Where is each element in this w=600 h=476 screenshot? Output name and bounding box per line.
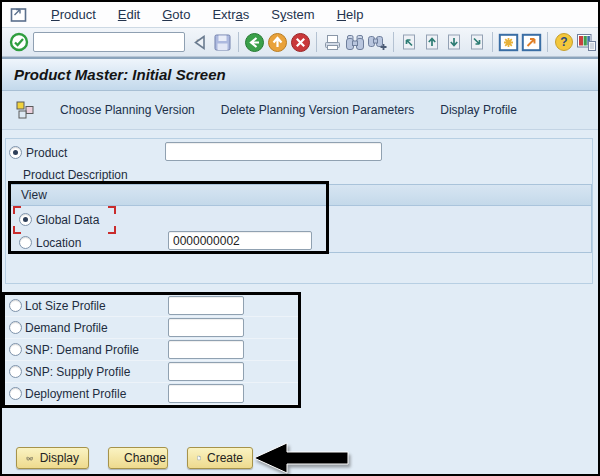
svg-text:?: ? — [560, 35, 567, 49]
menu-goto[interactable]: Goto — [151, 5, 201, 24]
snp-supply-profile-input[interactable] — [168, 362, 244, 381]
page-title: Product Master: Initial Screen — [14, 66, 226, 83]
menu-help[interactable]: Help — [326, 5, 375, 24]
global-data-radio[interactable] — [19, 213, 32, 226]
snp-demand-profile-input[interactable] — [168, 340, 244, 359]
product-label: Product — [26, 146, 67, 160]
profile-row: Demand Profile — [5, 317, 300, 339]
create-page-icon — [197, 451, 201, 465]
location-input[interactable] — [168, 231, 312, 250]
find-next-button[interactable] — [367, 31, 388, 53]
choose-planning-version-icon[interactable] — [14, 100, 38, 120]
deployment-profile-radio[interactable] — [9, 387, 22, 400]
first-page-icon — [400, 33, 418, 51]
create-button[interactable]: Create — [187, 447, 253, 469]
toolbar-separator — [492, 32, 493, 52]
customize-layout-button[interactable] — [576, 31, 597, 53]
view-title: View — [21, 188, 47, 202]
last-page-button[interactable] — [467, 31, 488, 53]
back-button[interactable] — [190, 31, 211, 53]
lot-size-profile-label: Lot Size Profile — [25, 299, 106, 313]
save-button[interactable] — [212, 31, 233, 53]
menu-bar: Product Edit Goto Extras System Help — [2, 2, 598, 28]
product-input[interactable] — [165, 142, 382, 161]
snp-demand-profile-radio[interactable] — [9, 343, 22, 356]
demand-profile-label: Demand Profile — [25, 321, 108, 335]
first-page-button[interactable] — [399, 31, 420, 53]
profile-row: SNP: Supply Profile — [5, 361, 300, 383]
standard-toolbar: ▼ — [2, 28, 598, 57]
lot-size-profile-radio[interactable] — [9, 299, 22, 312]
new-session-icon — [498, 33, 519, 52]
enter-button[interactable] — [9, 31, 30, 53]
back-circle-icon — [244, 32, 265, 53]
change-button-label: Change — [124, 451, 166, 465]
command-field[interactable]: ▼ — [33, 32, 185, 52]
location-label: Location — [36, 236, 81, 250]
deployment-profile-label: Deployment Profile — [25, 387, 126, 401]
next-page-button[interactable] — [444, 31, 465, 53]
title-bar: Product Master: Initial Screen — [2, 57, 598, 91]
main-content: Product Product Description View Global … — [2, 130, 598, 474]
product-radio[interactable] — [9, 146, 22, 159]
demand-profile-input[interactable] — [168, 318, 244, 337]
help-button[interactable]: ? — [553, 31, 574, 53]
deployment-profile-input[interactable] — [168, 384, 244, 403]
menu-product[interactable]: Product — [40, 5, 107, 24]
toolbar-separator — [547, 32, 548, 52]
cancel-button[interactable] — [290, 31, 311, 53]
find-next-icon — [367, 33, 387, 51]
print-icon — [323, 33, 342, 52]
application-toolbar: Choose Planning Version Delete Planning … — [2, 91, 598, 130]
menu-extras[interactable]: Extras — [201, 5, 260, 24]
save-icon — [213, 33, 232, 52]
exit-button[interactable] — [267, 31, 288, 53]
product-description-label: Product Description — [23, 168, 128, 182]
create-shortcut-icon — [521, 33, 542, 52]
system-menu-icon[interactable] — [10, 6, 32, 24]
print-button[interactable] — [322, 31, 343, 53]
new-session-button[interactable] — [498, 31, 519, 53]
back-icon — [192, 34, 207, 51]
command-input[interactable] — [34, 34, 195, 50]
last-page-icon — [468, 33, 486, 51]
profile-row: Deployment Profile — [5, 383, 300, 405]
annotation-arrow — [252, 442, 352, 475]
find-button[interactable] — [345, 31, 366, 53]
back-exit-button[interactable] — [244, 31, 265, 53]
enter-icon — [9, 32, 29, 52]
lot-size-profile-input[interactable] — [168, 296, 244, 315]
toolbar-separator — [316, 32, 317, 52]
snp-demand-profile-label: SNP: Demand Profile — [25, 343, 139, 357]
create-shortcut-button[interactable] — [521, 31, 542, 53]
choose-planning-version-button[interactable]: Choose Planning Version — [56, 100, 199, 120]
sap-window: Product Edit Goto Extras System Help ▼ — [0, 0, 600, 476]
toolbar-separator — [393, 32, 394, 52]
next-page-icon — [445, 33, 463, 51]
previous-page-button[interactable] — [421, 31, 442, 53]
cancel-circle-icon — [290, 32, 311, 53]
view-header: View — [9, 185, 591, 206]
glasses-icon — [26, 453, 34, 464]
customize-layout-icon — [576, 33, 597, 52]
delete-planning-version-parameters-button[interactable]: Delete Planning Version Parameters — [217, 100, 418, 120]
toolbar-separator — [238, 32, 239, 52]
profile-row: SNP: Demand Profile — [5, 339, 300, 361]
snp-supply-profile-label: SNP: Supply Profile — [25, 365, 130, 379]
create-button-label: Create — [207, 451, 243, 465]
change-button[interactable]: Change — [108, 447, 168, 469]
menu-system[interactable]: System — [260, 5, 325, 24]
snp-supply-profile-radio[interactable] — [9, 365, 22, 378]
display-profile-button[interactable]: Display Profile — [436, 100, 521, 120]
display-button[interactable]: Display — [16, 447, 89, 469]
profile-row: Lot Size Profile — [5, 295, 300, 317]
menu-edit[interactable]: Edit — [107, 5, 151, 24]
location-radio[interactable] — [19, 236, 32, 249]
demand-profile-radio[interactable] — [9, 321, 22, 334]
find-icon — [345, 34, 365, 51]
previous-page-icon — [423, 33, 441, 51]
exit-circle-icon — [267, 32, 288, 53]
display-button-label: Display — [40, 451, 79, 465]
global-data-label: Global Data — [36, 213, 99, 227]
help-icon: ? — [554, 32, 574, 52]
